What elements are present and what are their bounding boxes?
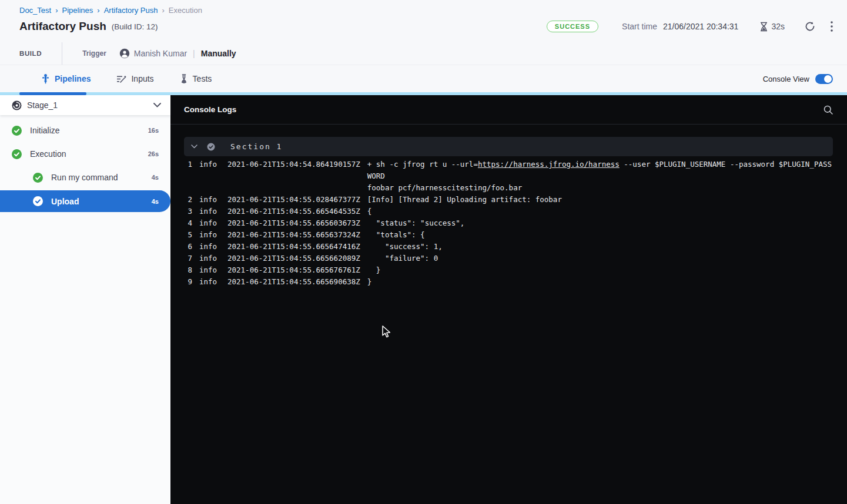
tab-bar: Pipelines Inputs Tests Console View bbox=[0, 65, 847, 95]
section-title: Section 1 bbox=[230, 142, 282, 151]
log-line-number: 9 bbox=[184, 276, 192, 288]
log-message: { bbox=[367, 206, 372, 217]
log-line-number: 6 bbox=[184, 241, 192, 253]
log-message: } bbox=[367, 276, 372, 288]
log-line-number: 5 bbox=[184, 229, 192, 241]
log-message: "status": "success", bbox=[367, 217, 465, 229]
step-duration: 4s bbox=[152, 174, 170, 181]
log-link[interactable]: https://harness.jfrog.io/harness bbox=[478, 160, 620, 169]
more-options-button[interactable] bbox=[831, 21, 833, 32]
start-time-label: Start time bbox=[622, 22, 657, 31]
log-level: info bbox=[199, 253, 217, 264]
console-view-toggle[interactable] bbox=[815, 74, 833, 84]
log-line: 6 info 2021-06-21T15:04:55.665647416Z "s… bbox=[184, 241, 833, 253]
console-view-label: Console View bbox=[763, 75, 809, 83]
log-message: + sh -c jfrog rt u --url=https://harness… bbox=[367, 159, 833, 194]
breadcrumb-separator-icon: › bbox=[97, 6, 99, 15]
trigger-type: Manually bbox=[201, 49, 236, 58]
section-success-icon bbox=[207, 143, 215, 151]
tab-label: Pipelines bbox=[55, 74, 91, 83]
log-message: "success": 1, bbox=[367, 241, 443, 253]
hourglass-icon bbox=[759, 22, 768, 32]
inputs-icon bbox=[116, 75, 126, 83]
stage-step-execution[interactable]: Execution 26s bbox=[0, 142, 170, 166]
log-message: } bbox=[367, 264, 381, 276]
stage-step-run-my-command[interactable]: Run my command 4s bbox=[0, 166, 170, 189]
log-line: 8 info 2021-06-21T15:04:55.665676761Z } bbox=[184, 264, 833, 276]
log-level: info bbox=[199, 276, 217, 288]
log-timestamp: 2021-06-21T15:04:55.665603673Z bbox=[227, 217, 360, 229]
toggle-knob bbox=[824, 75, 832, 83]
stage-sidebar: Stage_1 Initialize 16s Execution 26s Run… bbox=[0, 95, 170, 504]
log-message: [Info] [Thread 2] Uploading artifact: fo… bbox=[367, 194, 562, 206]
stage-icon bbox=[12, 100, 22, 110]
log-line: 7 info 2021-06-21T15:04:55.665662089Z "f… bbox=[184, 253, 833, 264]
log-level: info bbox=[199, 241, 217, 253]
refresh-button[interactable] bbox=[805, 21, 815, 32]
log-lines: 1 info 2021-06-21T15:04:54.864190157Z + … bbox=[170, 159, 847, 288]
divider bbox=[62, 42, 62, 65]
log-message: "totals": { bbox=[367, 229, 425, 241]
breadcrumb-link-pipelines[interactable]: Pipelines bbox=[62, 6, 93, 15]
log-level: info bbox=[199, 206, 217, 217]
refresh-icon bbox=[805, 21, 815, 32]
log-line: 5 info 2021-06-21T15:04:55.665637324Z "t… bbox=[184, 229, 833, 241]
tab-inputs[interactable]: Inputs bbox=[116, 74, 153, 83]
stage-selector[interactable]: Stage_1 bbox=[0, 95, 170, 115]
log-timestamp: 2021-06-21T15:04:55.665690638Z bbox=[227, 276, 360, 288]
log-line: 3 info 2021-06-21T15:04:55.665464535Z { bbox=[184, 206, 833, 217]
log-timestamp: 2021-06-21T15:04:55.665662089Z bbox=[227, 253, 360, 264]
step-duration: 16s bbox=[148, 127, 170, 134]
breadcrumb-separator-icon: › bbox=[162, 6, 164, 15]
log-section-header[interactable]: Section 1 bbox=[184, 137, 833, 156]
step-success-icon bbox=[33, 173, 43, 183]
console-logs-title: Console Logs bbox=[184, 105, 236, 114]
log-message: "failure": 0 bbox=[367, 253, 438, 264]
log-level: info bbox=[199, 217, 217, 229]
build-label: BUILD bbox=[19, 50, 42, 57]
log-line-number: 1 bbox=[184, 159, 192, 194]
chevron-down-icon bbox=[191, 145, 197, 149]
page-header: Doc_Test › Pipelines › Artifactory Push … bbox=[0, 0, 847, 65]
log-level: info bbox=[199, 264, 217, 276]
step-duration: 4s bbox=[152, 198, 170, 205]
log-search-button[interactable] bbox=[823, 105, 833, 115]
log-timestamp: 2021-06-21T15:04:54.864190157Z bbox=[227, 159, 360, 194]
console-header: Console Logs bbox=[170, 95, 847, 125]
log-line-number: 3 bbox=[184, 206, 192, 217]
log-timestamp: 2021-06-21T15:04:55.028467377Z bbox=[227, 194, 360, 206]
search-icon bbox=[823, 105, 833, 115]
tab-label: Inputs bbox=[131, 74, 153, 83]
log-timestamp: 2021-06-21T15:04:55.665464535Z bbox=[227, 206, 360, 217]
build-meta-row: BUILD Trigger Manish Kumar | Manually bbox=[19, 42, 833, 65]
step-success-icon bbox=[33, 196, 43, 206]
breadcrumb-link-pipeline[interactable]: Artifactory Push bbox=[104, 6, 158, 15]
log-line-number: 8 bbox=[184, 264, 192, 276]
log-line-number: 4 bbox=[184, 217, 192, 229]
log-level: info bbox=[199, 194, 217, 206]
log-timestamp: 2021-06-21T15:04:55.665647416Z bbox=[227, 241, 360, 253]
log-timestamp: 2021-06-21T15:04:55.665637324Z bbox=[227, 229, 360, 241]
log-line: 1 info 2021-06-21T15:04:54.864190157Z + … bbox=[184, 159, 833, 194]
stage-step-upload[interactable]: Upload 4s bbox=[0, 190, 170, 212]
step-label: Run my command bbox=[51, 173, 118, 182]
console-panel: Console Logs Section 1 1 info 2021-06- bbox=[170, 95, 847, 504]
step-list: Initialize 16s Execution 26s Run my comm… bbox=[0, 115, 170, 212]
stage-name: Stage_1 bbox=[27, 100, 58, 110]
tab-tests[interactable]: Tests bbox=[180, 74, 212, 83]
log-line: 2 info 2021-06-21T15:04:55.028467377Z [I… bbox=[184, 194, 833, 206]
tab-label: Tests bbox=[193, 74, 212, 83]
step-label: Upload bbox=[51, 197, 79, 206]
start-time-value: 21/06/2021 20:34:31 bbox=[663, 22, 738, 31]
stage-step-initialize[interactable]: Initialize 16s bbox=[0, 119, 170, 142]
breadcrumb-link-project[interactable]: Doc_Test bbox=[19, 6, 51, 15]
log-line: 4 info 2021-06-21T15:04:55.665603673Z "s… bbox=[184, 217, 833, 229]
log-line-number: 2 bbox=[184, 194, 192, 206]
tab-pipelines[interactable]: Pipelines bbox=[41, 74, 91, 84]
log-line: 9 info 2021-06-21T15:04:55.665690638Z } bbox=[184, 276, 833, 288]
step-label: Execution bbox=[30, 149, 66, 159]
kebab-menu-icon bbox=[831, 21, 833, 32]
flask-icon bbox=[180, 74, 188, 83]
log-timestamp: 2021-06-21T15:04:55.665676761Z bbox=[227, 264, 360, 276]
breadcrumb: Doc_Test › Pipelines › Artifactory Push … bbox=[19, 6, 833, 15]
